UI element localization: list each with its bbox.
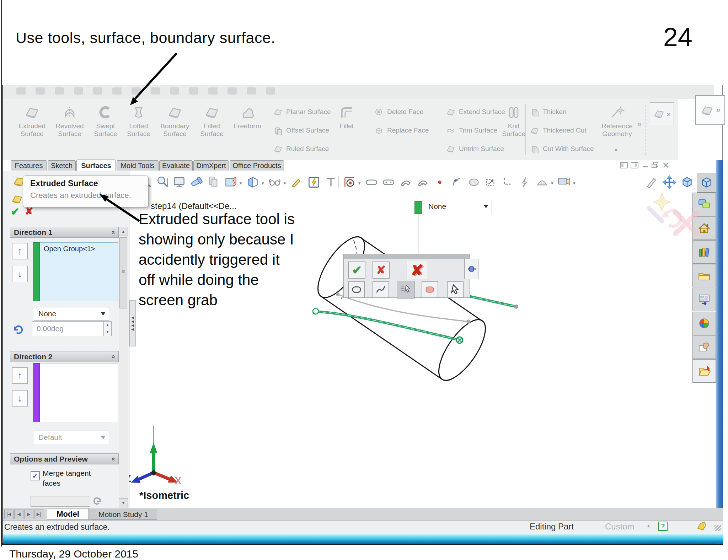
dome-icon[interactable] (535, 175, 550, 190)
tab-dimxpert[interactable]: DimXpert (193, 160, 229, 171)
minimize-button[interactable] (641, 161, 649, 169)
instant3d-icon[interactable] (306, 175, 321, 190)
ribbon-button-trim-surface[interactable]: Trim Surface (446, 123, 497, 138)
taskpane-design-library-button[interactable] (692, 240, 716, 264)
trim-entities-icon[interactable] (518, 175, 532, 190)
ribbon-button-extend-surface[interactable]: Extend Surface (446, 104, 505, 119)
view-cube-active-button[interactable] (697, 173, 717, 193)
zoom-fit-icon[interactable] (155, 175, 170, 190)
context-spline-button[interactable] (373, 281, 389, 298)
corner-trim-icon[interactable] (500, 175, 515, 190)
ribbon-button-filled-surface[interactable]: Filled Surface (193, 102, 230, 157)
direction1-header[interactable]: Direction 1 » (10, 227, 119, 238)
view-orientation-icon[interactable] (189, 175, 204, 190)
sheet-nav-first-button[interactable]: |◀ (4, 510, 14, 519)
orientation-cube-icon[interactable] (680, 175, 695, 190)
curved-centerpoint-slot-icon[interactable] (415, 175, 430, 190)
status-configuration[interactable]: Custom (605, 522, 635, 532)
pm-scroll-down-button[interactable]: ▼ (119, 498, 128, 507)
taskpane-document-recovery-button[interactable] (692, 359, 716, 383)
centerpoint-arc-icon[interactable] (449, 175, 464, 190)
ribbon-button-planar-surface[interactable]: Planar Surface (273, 104, 331, 119)
sheet-nav-next-button[interactable]: ▶ (24, 510, 33, 519)
direction1-move-down-button[interactable]: ↓ (12, 266, 28, 282)
ribbon-button-extruded-surface[interactable]: Extruded Surface (14, 102, 50, 157)
ribbon-button-fillet[interactable]: Fillet (333, 102, 360, 157)
3d-sketch-icon[interactable] (289, 175, 304, 190)
section-view-icon[interactable] (223, 175, 238, 190)
ribbon-drag-handle[interactable] (646, 104, 646, 155)
selection-list-item[interactable]: Open Group<1> (44, 245, 95, 253)
sheet-nav-prev-button[interactable]: ◀ (14, 510, 23, 519)
pm-scroll-up-button[interactable]: ▲ (119, 227, 128, 236)
section-view-caret-icon[interactable]: ▾ (240, 181, 242, 186)
curved-slot-icon[interactable] (398, 175, 413, 190)
pm-splitter-handle[interactable]: ◀◀◀◀ (129, 300, 136, 346)
restore-button[interactable] (651, 161, 659, 169)
pm-scroll-thumb[interactable]: ≡ (119, 237, 127, 308)
scale-entities-icon[interactable] (483, 175, 498, 190)
direction2-selection-list[interactable] (40, 363, 118, 422)
floating-view-button[interactable]: » (695, 95, 725, 125)
appearance-caret-icon[interactable]: ▾ (573, 181, 576, 186)
sheet-nav-last-button[interactable]: ▶| (34, 510, 43, 519)
close-button[interactable] (661, 161, 670, 169)
taskpane-appearances-button[interactable] (692, 312, 716, 335)
point-icon[interactable] (432, 175, 447, 190)
context-select-button[interactable] (447, 281, 464, 298)
text-tool-icon[interactable] (323, 175, 338, 190)
configuration-caret-icon[interactable]: ▲ (646, 523, 651, 528)
undo-icon[interactable] (91, 494, 103, 505)
ribbon-button-ruled-surface[interactable]: Ruled Surface (273, 141, 329, 156)
merge-tangent-checkbox[interactable]: ✓ (31, 471, 40, 480)
taskpane-file-explorer-button[interactable] (692, 264, 716, 287)
pane-right-button[interactable] (630, 161, 639, 169)
collapse-chevron-icon[interactable]: » (109, 231, 117, 235)
direction2-move-up-button[interactable]: ↑ (12, 367, 28, 384)
pm-ok-icon[interactable]: ✔ (11, 205, 20, 218)
direction2-combo[interactable]: Default (34, 431, 109, 444)
taskpane-custom-properties-button[interactable] (692, 335, 716, 359)
display-style-icon[interactable] (245, 175, 260, 190)
ribbon-button-boundary-surface[interactable]: Boundary Surface (156, 102, 193, 157)
reference-flyout-chevron-icon[interactable]: » (637, 119, 642, 129)
context-pin-button[interactable] (464, 259, 478, 279)
pane-left-button[interactable] (619, 161, 628, 169)
options-header[interactable]: Options and Preview » (10, 453, 119, 464)
edit-sketch-icon[interactable] (644, 175, 659, 190)
centerpoint-slot-icon[interactable] (381, 175, 396, 190)
context-rectangle-button[interactable] (348, 281, 365, 298)
collapse-chevron-icon[interactable]: » (109, 355, 117, 359)
hide-show-items-icon[interactable] (267, 175, 282, 190)
ribbon-button-freeform[interactable]: Freeform (230, 102, 264, 157)
context-drag-mode-button[interactable] (397, 281, 414, 298)
view-settings-icon[interactable] (172, 175, 187, 190)
draft-angle-spinner[interactable]: ▲▼ (104, 321, 112, 336)
context-cancel-button[interactable]: ✘ (373, 262, 390, 279)
direction2-header[interactable]: Direction 2 » (10, 351, 119, 362)
taskpane-comments-button[interactable] (692, 193, 716, 216)
tab-motion-study[interactable]: Motion Study 1 (90, 509, 157, 520)
ribbon-button-untrim-surface[interactable]: Untrim Surface (446, 141, 504, 156)
draft-angle-icon[interactable] (11, 322, 25, 335)
ribbon-button-thicken[interactable]: Thicken (530, 104, 567, 119)
help-badge[interactable]: ? (658, 522, 668, 531)
straight-slot-icon[interactable] (364, 175, 379, 190)
ribbon-button-cut-with-surface[interactable]: Cut With Surface (530, 141, 594, 156)
pm-partial-button[interactable] (31, 496, 90, 507)
direction2-move-down-button[interactable]: ↓ (12, 390, 28, 406)
ribbon-button-lofted-surface[interactable]: Lofted Surface (120, 102, 157, 157)
direction1-move-up-button[interactable]: ↑ (12, 243, 28, 259)
context-cancel-sketch-button[interactable]: ✘ (407, 261, 427, 279)
ribbon-overflow-button[interactable]: » (650, 102, 674, 125)
appearance-target-icon[interactable] (557, 175, 572, 190)
viewport-selection-combo[interactable]: None (424, 200, 492, 213)
reference-dropdown-caret-icon[interactable]: ▼ (614, 147, 619, 153)
tab-model[interactable]: Model (47, 508, 89, 520)
tag-icon[interactable] (696, 522, 708, 532)
context-region-button[interactable] (422, 281, 438, 298)
context-toolbar-drag-bar[interactable] (344, 254, 470, 259)
dimension-caret-icon[interactable]: ▾ (358, 181, 361, 186)
display-style-caret-icon[interactable]: ▾ (262, 181, 264, 186)
tab-office-products[interactable]: Office Products (230, 160, 284, 171)
